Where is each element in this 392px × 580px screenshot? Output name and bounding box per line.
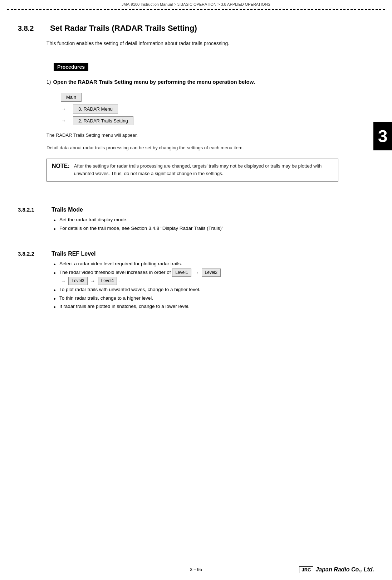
intro-text: This function enables the setting of det… — [46, 39, 367, 47]
subsection-3822: 3.8.2.2 Trails REF Level — [18, 251, 367, 257]
menu-row-main: Main — [61, 93, 367, 102]
list-item: For details on the trail mode, see Secti… — [54, 224, 367, 232]
level-arrow2: → — [61, 278, 66, 284]
arrow1: → — [61, 106, 68, 112]
trails-setting-button[interactable]: 2. RADAR Trails Setting — [73, 116, 133, 125]
step-text-1: Open the RADAR Trails Setting menu by pe… — [53, 79, 255, 85]
trails-mode-bullets: Set the radar trail display mode. For de… — [54, 216, 367, 232]
level1-button[interactable]: Level1 — [172, 269, 191, 277]
subsection-3821: 3.8.2.1 Trails Mode — [18, 207, 367, 213]
list-item: Set the radar trail display mode. — [54, 216, 367, 224]
list-item: If radar trails are plotted in snatches,… — [54, 303, 367, 310]
jrc-label: JRC — [299, 566, 313, 573]
step-number-1: 1) — [46, 79, 51, 85]
menu-row-radar: → 3. RADAR Menu — [61, 105, 367, 113]
footer: 3－95 JRC Japan Radio Co., Ltd. — [0, 566, 392, 573]
section-number: 3.8.2 — [18, 24, 50, 33]
company-name: Japan Radio Co., Ltd. — [315, 566, 374, 573]
breadcrumb-text: JMA-9100 Instruction Manual > 3.BASIC OP… — [122, 2, 270, 6]
note-content: After the settings for radar trails proc… — [74, 163, 333, 178]
main-button[interactable]: Main — [61, 93, 82, 102]
radar-menu-button[interactable]: 3. RADAR Menu — [73, 105, 118, 113]
after-menu-text1: The RADAR Trails Setting menu will appea… — [46, 132, 367, 139]
list-item: To thin radar trails, change to a higher… — [54, 294, 367, 302]
list-item: To plot radar trails with unwanted waves… — [54, 286, 367, 294]
section-heading: 3.8.2 Set Radar Trails (RADAR Trails Set… — [18, 24, 367, 33]
subsection-number-1: 3.8.2.1 — [18, 207, 50, 213]
arrow2: → — [61, 118, 68, 124]
breadcrumb: JMA-9100 Instruction Manual > 3.BASIC OP… — [0, 0, 392, 8]
procedures-badge: Procedures — [54, 63, 88, 71]
level-arrow1: → — [194, 270, 199, 275]
level-arrow3: → — [90, 278, 95, 284]
page-number: 3－95 — [190, 566, 202, 573]
after-menu-text2: Detail data about radar trails processin… — [46, 144, 367, 152]
subsection-number-2: 3.8.2.2 — [18, 251, 50, 257]
subsection-title-2: Trails REF Level — [52, 251, 96, 257]
menu-navigation: Main → 3. RADAR Menu → 2. RADAR Trails S… — [61, 93, 367, 125]
chapter-number: 3 — [378, 126, 388, 146]
level2-button[interactable]: Level2 — [202, 269, 221, 277]
list-item-levels: The radar video threshold level increase… — [54, 269, 367, 285]
note-label: NOTE: — [52, 163, 70, 169]
trails-ref-bullets: Select a radar video level required for … — [54, 260, 367, 310]
section-title: Set Radar Trails (RADAR Trails Setting) — [50, 24, 197, 33]
level3-button[interactable]: Level3 — [68, 277, 87, 285]
subsection-title-1: Trails Mode — [52, 207, 83, 213]
level4-button[interactable]: Level4 — [98, 277, 117, 285]
footer-logo: JRC Japan Radio Co., Ltd. — [299, 566, 374, 573]
procedure-step-1: 1)Open the RADAR Trails Setting menu by … — [46, 78, 367, 86]
chapter-tab: 3 — [373, 122, 392, 150]
menu-row-trails: → 2. RADAR Trails Setting — [61, 116, 367, 125]
note-box: NOTE: After the settings for radar trail… — [46, 159, 338, 182]
list-item: Select a radar video level required for … — [54, 260, 367, 268]
main-content: 3.8.2 Set Radar Trails (RADAR Trails Set… — [0, 10, 392, 320]
